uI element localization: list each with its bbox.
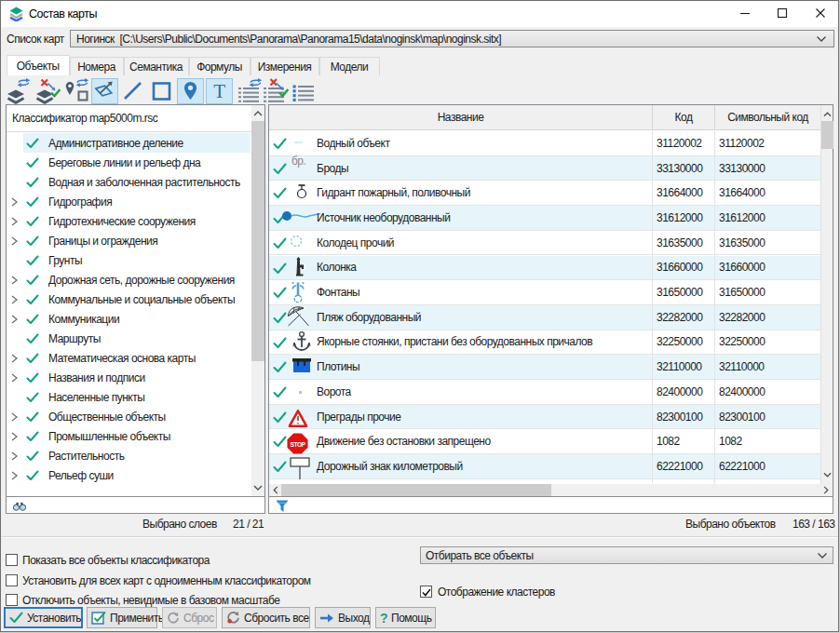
svg-text:T: T [213, 80, 225, 102]
svg-text:STOP: STOP [290, 441, 305, 448]
